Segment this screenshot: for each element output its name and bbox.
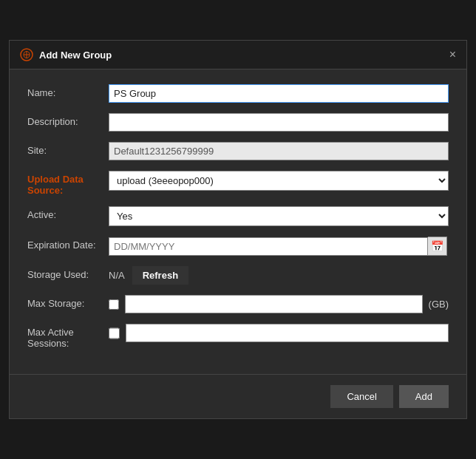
add-new-group-dialog: Add New Group × Name: Description: Site:	[9, 40, 467, 419]
close-button[interactable]: ×	[449, 49, 456, 61]
expiration-label: Expiration Date:	[27, 237, 109, 251]
storage-control: N/A Refresh	[109, 266, 449, 285]
name-label: Name:	[27, 84, 109, 98]
site-control	[109, 142, 449, 160]
storage-label: Storage Used:	[27, 266, 109, 280]
name-input[interactable]	[109, 84, 449, 103]
expiration-row: Expiration Date: 📅	[27, 237, 449, 256]
max-sessions-row: Max ActiveSessions:	[27, 324, 449, 349]
calendar-icon[interactable]: 📅	[428, 237, 447, 256]
dialog-header-left: Add New Group	[20, 48, 112, 61]
max-storage-input[interactable]	[125, 295, 423, 313]
name-row: Name:	[27, 84, 449, 103]
storage-na-label: N/A	[109, 270, 125, 281]
active-row: Active: Yes No	[27, 206, 449, 226]
site-label: Site:	[27, 142, 109, 156]
dialog-body: Name: Description: Site: Upload DataSour…	[10, 69, 466, 374]
max-sessions-checkbox[interactable]	[109, 327, 120, 339]
max-sessions-label: Max ActiveSessions:	[27, 324, 109, 349]
upload-select[interactable]: upload (3eeeopop000)	[109, 171, 449, 191]
description-row: Description:	[27, 113, 449, 132]
date-wrapper: 📅	[109, 237, 449, 256]
expiration-input[interactable]	[109, 237, 428, 256]
add-button[interactable]: Add	[399, 385, 449, 408]
dialog-footer: Cancel Add	[10, 374, 466, 418]
active-select[interactable]: Yes No	[109, 206, 449, 226]
max-storage-inner: (GB)	[109, 295, 449, 313]
app-logo-icon	[20, 48, 33, 61]
max-storage-label: Max Storage:	[27, 295, 109, 309]
max-storage-row: Max Storage: (GB)	[27, 295, 449, 313]
description-control	[109, 113, 449, 132]
dialog-title: Add New Group	[39, 50, 112, 61]
description-label: Description:	[27, 113, 109, 127]
expiration-control: 📅	[109, 237, 449, 256]
description-input[interactable]	[109, 113, 449, 132]
active-control: Yes No	[109, 206, 449, 226]
storage-row: Storage Used: N/A Refresh	[27, 266, 449, 285]
site-input	[109, 142, 449, 160]
max-sessions-control	[109, 324, 449, 342]
max-storage-checkbox[interactable]	[109, 299, 119, 310]
gb-label: (GB)	[429, 299, 449, 310]
site-row: Site:	[27, 142, 449, 160]
max-storage-control: (GB)	[109, 295, 449, 313]
upload-label: Upload DataSource:	[27, 171, 109, 196]
cancel-button[interactable]: Cancel	[330, 385, 392, 408]
name-control	[109, 84, 449, 103]
dialog-header: Add New Group ×	[10, 41, 466, 69]
storage-row-inner: N/A Refresh	[109, 266, 449, 285]
active-label: Active:	[27, 206, 109, 220]
max-sessions-input[interactable]	[126, 324, 449, 342]
upload-row: Upload DataSource: upload (3eeeopop000)	[27, 171, 449, 196]
max-sessions-inner	[109, 324, 449, 342]
refresh-button[interactable]: Refresh	[132, 266, 188, 285]
upload-control: upload (3eeeopop000)	[109, 171, 449, 191]
